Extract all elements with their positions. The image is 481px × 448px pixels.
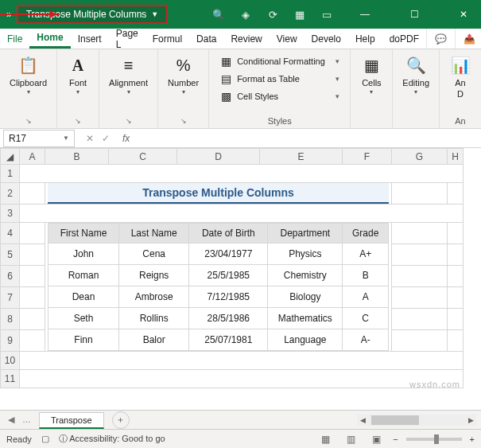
- col-header[interactable]: C: [109, 149, 177, 165]
- fx-label[interactable]: fx: [122, 133, 130, 144]
- comments-button[interactable]: 💬: [426, 29, 455, 49]
- name-box-value: R17: [9, 133, 26, 144]
- zoom-out-icon[interactable]: −: [393, 434, 398, 444]
- row-header[interactable]: 11: [1, 370, 20, 388]
- scroll-right-icon[interactable]: ▶: [465, 416, 476, 424]
- sheet-tab-bar: ◀ … Transpose ＋ ◀ ▶: [0, 410, 481, 429]
- scroll-left-icon[interactable]: ◀: [357, 416, 368, 424]
- row-header[interactable]: 2: [1, 183, 20, 205]
- col-header[interactable]: A: [20, 149, 45, 165]
- col-header[interactable]: F: [343, 149, 392, 165]
- title-bar: » Transpose Multiple Columns ▼ 🔍 ◈ ⟳ ▦ ▭…: [0, 0, 481, 29]
- minimize-button[interactable]: —: [347, 0, 382, 29]
- macro-icon[interactable]: ▢: [41, 434, 49, 444]
- tab-dopdf[interactable]: doPDF: [382, 29, 426, 49]
- group-styles: ▦Conditional Formatting▾ ▤Format as Tabl…: [209, 49, 351, 128]
- tab-menu-icon[interactable]: …: [22, 415, 31, 425]
- editing-button[interactable]: 🔍 Editing ▾: [398, 53, 434, 97]
- col-header[interactable]: H: [448, 149, 464, 165]
- accessibility-status[interactable]: ⓘ Accessibility: Good to go: [59, 433, 165, 445]
- select-all-corner[interactable]: ◢: [1, 149, 20, 165]
- format-as-table-button[interactable]: ▤Format as Table▾: [217, 72, 342, 86]
- alignment-button[interactable]: ≡ Alignment ▾: [104, 53, 153, 97]
- tab-home[interactable]: Home: [29, 29, 70, 49]
- conditional-formatting-button[interactable]: ▦Conditional Formatting▾: [217, 54, 342, 68]
- th-lastname: Last Name: [119, 224, 189, 243]
- paste-button[interactable]: 📋 Clipboard ▾: [5, 53, 52, 97]
- app-icon[interactable]: ▦: [293, 8, 306, 21]
- search-icon[interactable]: 🔍: [212, 8, 225, 21]
- tab-file[interactable]: File: [0, 29, 29, 49]
- view-normal-icon[interactable]: ▦: [316, 434, 334, 445]
- col-header[interactable]: E: [260, 149, 343, 165]
- tab-pagelayout[interactable]: Page L: [109, 29, 145, 49]
- col-header[interactable]: G: [392, 149, 448, 165]
- cellstyles-icon: ▩: [219, 90, 232, 103]
- chevron-down-icon: ▼: [151, 10, 158, 18]
- row-header[interactable]: 10: [1, 352, 20, 370]
- cells-button[interactable]: ▦ Cells ▾: [355, 53, 387, 97]
- worksheet-grid[interactable]: ◢ A B C D E F G H 1 2 Transpose Multiple…: [0, 148, 481, 410]
- row-header[interactable]: 9: [1, 330, 20, 352]
- scroll-thumb[interactable]: [371, 415, 419, 425]
- dialog-launcher-icon[interactable]: ↘: [25, 117, 32, 125]
- view-pagelayout-icon[interactable]: ▥: [342, 434, 359, 445]
- row-header[interactable]: 4: [1, 223, 20, 244]
- zoom-slider[interactable]: [406, 438, 462, 441]
- horizontal-scrollbar[interactable]: ◀ ▶: [357, 415, 476, 426]
- tab-developer[interactable]: Develo: [305, 29, 348, 49]
- th-grade: Grade: [343, 224, 389, 243]
- cond-fmt-icon: ▦: [219, 55, 232, 68]
- sync-icon[interactable]: ⟳: [266, 8, 279, 21]
- chevron-down-icon: ▼: [63, 134, 69, 142]
- font-button[interactable]: A Font ▾: [62, 53, 94, 97]
- row-header[interactable]: 5: [1, 244, 20, 266]
- tab-data[interactable]: Data: [189, 29, 223, 49]
- sheet-tab[interactable]: Transpose: [39, 412, 104, 429]
- number-button[interactable]: % Number ▾: [163, 53, 204, 97]
- tab-review[interactable]: Review: [223, 29, 269, 49]
- tab-formulas[interactable]: Formul: [145, 29, 189, 49]
- data-table: First Name Last Name Date of Birth Depar…: [48, 223, 389, 351]
- row-header[interactable]: 6: [1, 266, 20, 287]
- share-button[interactable]: 📤: [455, 29, 481, 49]
- row-header[interactable]: 8: [1, 309, 20, 330]
- tab-prev-icon[interactable]: ◀: [8, 415, 14, 425]
- maximize-button[interactable]: ☐: [397, 0, 432, 29]
- cancel-icon[interactable]: ✕: [86, 133, 94, 144]
- name-box[interactable]: R17 ▼: [3, 130, 75, 147]
- ribbon-options-icon[interactable]: ▭: [320, 8, 333, 21]
- group-cells: ▦ Cells ▾: [351, 49, 393, 128]
- group-addins: 📊 An D An: [440, 49, 481, 128]
- percent-icon: %: [173, 54, 195, 76]
- row-header[interactable]: 7: [1, 287, 20, 309]
- find-icon: 🔍: [405, 54, 427, 76]
- close-button[interactable]: ✕: [446, 0, 481, 29]
- tab-insert[interactable]: Insert: [71, 29, 109, 49]
- row-header[interactable]: 1: [1, 165, 20, 183]
- col-header[interactable]: B: [45, 149, 109, 165]
- view-pagebreak-icon[interactable]: ▣: [367, 434, 385, 445]
- group-alignment: ≡ Alignment ▾ ↘: [99, 49, 158, 128]
- diamond-icon[interactable]: ◈: [239, 8, 252, 21]
- cell-styles-button[interactable]: ▩Cell Styles▾: [217, 89, 342, 103]
- dialog-launcher-icon[interactable]: ↘: [75, 117, 81, 125]
- analyze-button[interactable]: 📊 An D: [444, 53, 476, 100]
- chevron-down-icon: ▾: [182, 88, 185, 95]
- dialog-launcher-icon[interactable]: ↘: [180, 117, 187, 125]
- formula-input[interactable]: [130, 130, 481, 147]
- ribbon-home: 📋 Clipboard ▾ ↘ A Font ▾ ↘ ≡ Alignment ▾…: [0, 49, 481, 129]
- group-number: % Number ▾ ↘: [158, 49, 209, 128]
- new-sheet-button[interactable]: ＋: [112, 411, 130, 429]
- row-header[interactable]: 3: [1, 205, 20, 223]
- col-header[interactable]: D: [177, 149, 260, 165]
- sheet-title: Transpose Multiple Columns: [48, 183, 389, 204]
- group-editing: 🔍 Editing ▾: [393, 49, 440, 128]
- zoom-in-icon[interactable]: +: [470, 434, 475, 444]
- alignment-icon: ≡: [118, 54, 140, 76]
- dialog-launcher-icon[interactable]: ↘: [126, 117, 132, 125]
- group-font: A Font ▾ ↘: [57, 49, 99, 128]
- enter-icon[interactable]: ✓: [102, 133, 110, 144]
- tab-help[interactable]: Help: [348, 29, 382, 49]
- tab-view[interactable]: View: [270, 29, 305, 49]
